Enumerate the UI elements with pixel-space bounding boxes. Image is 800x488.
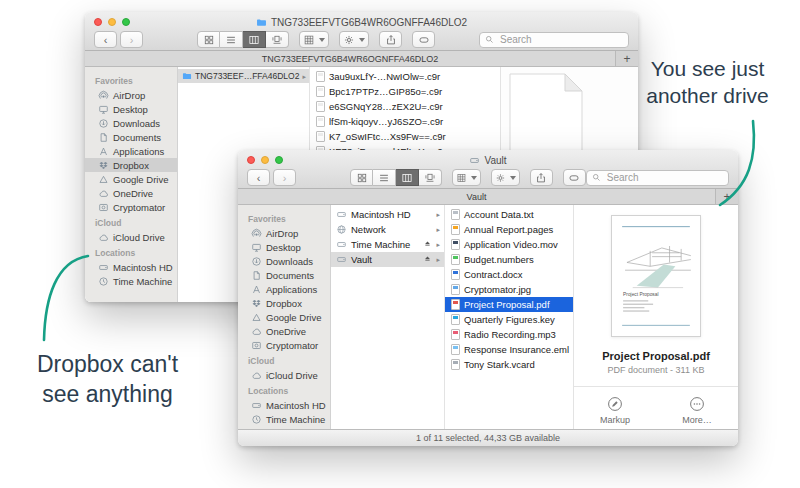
action-button[interactable] <box>491 169 520 186</box>
encrypted-file-row[interactable]: 3au9uxLfY-…NwIOlw=.c9r <box>310 69 500 84</box>
new-tab-button[interactable]: + <box>715 189 738 204</box>
minimize-button[interactable] <box>261 156 269 164</box>
file-row-annual-report-pages[interactable]: Annual Report.pages <box>445 222 573 237</box>
sidebar-section-title: Favorites <box>238 210 330 226</box>
eject-icon[interactable] <box>423 239 432 250</box>
sidebar-item-applications[interactable]: Applications <box>85 144 177 158</box>
folder-item[interactable]: TNG733EEF…FFA46DLO2 ▸ <box>178 69 309 83</box>
hdd-icon <box>336 209 347 220</box>
search-input[interactable] <box>605 171 723 184</box>
search-field[interactable] <box>586 170 729 186</box>
zoom-button[interactable] <box>122 18 130 26</box>
encrypted-file-row[interactable]: lfSm-kiqoyv…yJ6SZO=.c9r <box>310 114 500 129</box>
sidebar-item-time-machine[interactable]: Time Machine <box>85 274 177 288</box>
file-name: Cryptomator.jpg <box>464 284 531 295</box>
search-field[interactable] <box>479 32 629 48</box>
tag-button[interactable] <box>412 31 435 48</box>
markup-button[interactable]: Markup <box>574 387 656 429</box>
device-row-time-machine[interactable]: Time Machine▸ <box>331 237 444 252</box>
back-button[interactable]: ‹ <box>247 169 270 186</box>
sidebar-item-macintosh-hd[interactable]: Macintosh HD <box>238 398 330 412</box>
tab[interactable]: Vault <box>238 189 715 204</box>
action-button[interactable] <box>339 31 369 48</box>
grid-view-icon <box>356 172 368 184</box>
forward-button[interactable]: › <box>273 169 296 186</box>
device-row-macintosh-hd[interactable]: Macintosh HD▸ <box>331 207 444 222</box>
new-tab-button[interactable]: + <box>615 51 638 66</box>
coverflow-view-button[interactable] <box>266 31 289 48</box>
eject-icon[interactable] <box>423 254 432 265</box>
tab-bar: Vault + <box>238 189 738 205</box>
network-icon <box>336 224 347 235</box>
file-row-radio-recording-mp3[interactable]: Radio Recording.mp3 <box>445 327 573 342</box>
forward-button[interactable]: › <box>120 31 143 48</box>
sidebar-item-icloud-drive[interactable]: iCloud Drive <box>238 368 330 382</box>
sidebar-item-icloud-drive[interactable]: iCloud Drive <box>85 230 177 244</box>
encrypted-file-row[interactable]: Bpc17PTPz…GIP85o=.c9r <box>310 84 500 99</box>
hdd-icon <box>336 239 347 250</box>
file-name: Project Proposal.pdf <box>464 299 550 310</box>
device-row-network[interactable]: Network▸ <box>331 222 444 237</box>
minimize-button[interactable] <box>108 18 116 26</box>
file-row-quarterly-figures-key[interactable]: Quarterly Figures.key <box>445 312 573 327</box>
share-button[interactable] <box>530 169 553 186</box>
sidebar-item-cryptomator[interactable]: Cryptomator <box>85 200 177 214</box>
file-row-tony-stark-vcard[interactable]: Tony Stark.vcard <box>445 357 573 372</box>
sidebar-item-desktop[interactable]: Desktop <box>238 240 330 254</box>
sidebar-item-onedrive[interactable]: OneDrive <box>85 186 177 200</box>
file-row-project-proposal-pdf[interactable]: Project Proposal.pdf <box>445 297 573 312</box>
sidebar-item-label: Google Drive <box>266 312 321 323</box>
file-row-account-data-txt[interactable]: Account Data.txt <box>445 207 573 222</box>
column-view-button[interactable] <box>243 31 266 48</box>
file-row-application-video-mov[interactable]: Application Video.mov <box>445 237 573 252</box>
column-view-button[interactable] <box>396 169 419 186</box>
sidebar-item-google-drive[interactable]: Google Drive <box>238 310 330 324</box>
finder-sidebar: FavoritesAirDropDesktopDownloadsDocument… <box>238 205 331 429</box>
sidebar-item-downloads[interactable]: Downloads <box>85 116 177 130</box>
sidebar-item-time-machine[interactable]: Time Machine <box>238 412 330 426</box>
encrypted-file-row[interactable]: e6SGNqY28…zEX2U=.c9r <box>310 99 500 114</box>
window-title-bar: Vault <box>238 150 738 167</box>
sidebar-item-desktop[interactable]: Desktop <box>85 102 177 116</box>
pdf-thumbnail: Project Proposal <box>611 215 701 337</box>
file-row-contract-docx[interactable]: Contract.docx <box>445 267 573 282</box>
icon-view-button[interactable] <box>197 31 220 48</box>
file-row-response-insurance-eml[interactable]: Response Insurance.eml <box>445 342 573 357</box>
sidebar-item-applications[interactable]: Applications <box>238 282 330 296</box>
group-button[interactable] <box>452 169 481 186</box>
coverflow-view-button[interactable] <box>419 169 442 186</box>
search-input[interactable] <box>498 33 623 46</box>
list-view-button[interactable] <box>373 169 396 186</box>
close-button[interactable] <box>247 156 255 164</box>
file-type-icon-mov <box>451 239 460 250</box>
sidebar-item-dropbox[interactable]: Dropbox <box>85 158 177 172</box>
close-button[interactable] <box>94 18 102 26</box>
share-button[interactable] <box>379 31 402 48</box>
icloud-icon <box>251 370 262 381</box>
sidebar-item-google-drive[interactable]: Google Drive <box>85 172 177 186</box>
device-row-vault[interactable]: Vault▸ <box>331 252 444 267</box>
encrypted-file-row[interactable]: K7_oSwIFtc…Xs9Fw==.c9r <box>310 129 500 144</box>
more-button[interactable]: More… <box>656 387 738 429</box>
sidebar-item-cryptomator[interactable]: Cryptomator <box>238 338 330 352</box>
sidebar-item-onedrive[interactable]: OneDrive <box>238 324 330 338</box>
sidebar-item-documents[interactable]: Documents <box>238 268 330 282</box>
icon-view-button[interactable] <box>350 169 373 186</box>
sidebar-item-documents[interactable]: Documents <box>85 130 177 144</box>
column-vault-files: Account Data.txtAnnual Report.pagesAppli… <box>445 205 574 429</box>
sidebar-item-airdrop[interactable]: AirDrop <box>238 226 330 240</box>
sidebar-item-dropbox[interactable]: Dropbox <box>238 296 330 310</box>
zoom-button[interactable] <box>275 156 283 164</box>
tab[interactable]: TNG733EEFVTG6B4WR6OGNFFA46DLO2 <box>85 51 615 66</box>
sidebar-item-airdrop[interactable]: AirDrop <box>85 88 177 102</box>
sidebar-item-downloads[interactable]: Downloads <box>238 254 330 268</box>
group-button[interactable] <box>299 31 329 48</box>
back-button[interactable]: ‹ <box>94 31 117 48</box>
sidebar-item-macintosh-hd[interactable]: Macintosh HD <box>85 260 177 274</box>
view-switcher <box>197 31 289 48</box>
tag-button[interactable] <box>563 169 586 186</box>
file-type-icon-mp3 <box>451 329 460 340</box>
file-row-budget-numbers[interactable]: Budget.numbers <box>445 252 573 267</box>
file-row-cryptomator-jpg[interactable]: Cryptomator.jpg <box>445 282 573 297</box>
list-view-button[interactable] <box>220 31 243 48</box>
